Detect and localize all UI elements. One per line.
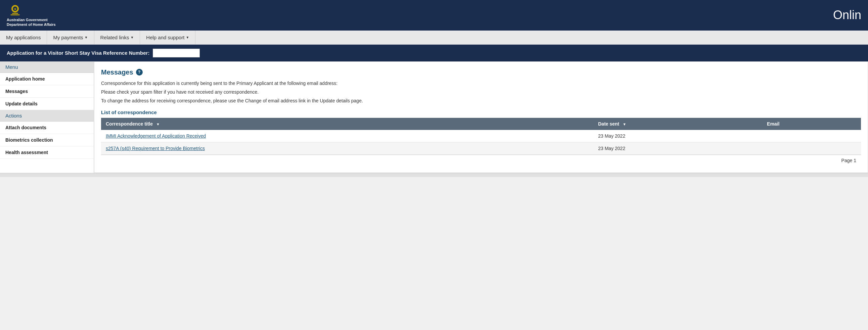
correspondence-title-cell: IMMI Acknowledgement of Application Rece… [101, 130, 593, 142]
content-area: Messages ? Correspondence for this appli… [94, 61, 868, 173]
sidebar-item-update-details[interactable]: Update details [0, 98, 94, 110]
header-title: Onlin [833, 8, 861, 22]
messages-info-text-1: Correspondence for this application is c… [101, 79, 861, 87]
email-cell [762, 142, 861, 155]
sidebar-item-application-home[interactable]: Application home [0, 73, 94, 85]
table-row: s257A (s40) Requirement to Provide Biome… [101, 142, 861, 155]
messages-help-icon[interactable]: ? [136, 69, 143, 75]
gov-name: Australian Government Department of Home… [7, 18, 56, 27]
sidebar-item-attach-documents[interactable]: Attach documents [0, 122, 94, 134]
col-date-sent[interactable]: Date sent ▼ [593, 118, 762, 130]
table-row: IMMI Acknowledgement of Application Rece… [101, 130, 861, 142]
nav-related-links[interactable]: Related links ▼ [94, 31, 141, 44]
sidebar-actions-header: Actions [0, 110, 94, 122]
nav-my-payments[interactable]: My payments ▼ [47, 31, 94, 44]
sidebar-item-biometrics-collection[interactable]: Biometrics collection [0, 134, 94, 146]
gov-crest-icon: ★ [7, 3, 24, 17]
gov-logo: ★ Australian Government Department of Ho… [7, 3, 56, 27]
main-content: Menu Application home Messages Update de… [0, 61, 868, 173]
messages-info-text-3: To change the address for receiving corr… [101, 97, 861, 104]
scrollbar[interactable] [0, 173, 868, 177]
reference-number-input[interactable] [153, 49, 200, 57]
sidebar-item-health-assessment[interactable]: Health assessment [0, 146, 94, 159]
sidebar: Menu Application home Messages Update de… [0, 61, 94, 173]
table-footer: Page 1 [101, 155, 861, 166]
app-bar-label: Application for a Visitor Short Stay Vis… [7, 50, 149, 56]
date-sent-cell: 23 May 2022 [593, 142, 762, 155]
messages-title: Messages ? [101, 68, 861, 76]
application-bar: Application for a Visitor Short Stay Vis… [0, 45, 868, 61]
chevron-down-icon: ▼ [130, 36, 134, 39]
correspondence-table: Correspondence title ▼ Date sent ▼ Email… [101, 118, 861, 155]
page-indicator: Page 1 [841, 158, 856, 163]
sidebar-item-messages[interactable]: Messages [0, 85, 94, 98]
email-cell [762, 130, 861, 142]
sidebar-menu-header: Menu [0, 61, 94, 73]
correspondence-link-2[interactable]: s257A (s40) Requirement to Provide Biome… [106, 146, 205, 151]
svg-rect-4 [11, 14, 20, 15]
chevron-down-icon: ▼ [186, 36, 189, 39]
correspondence-link-1[interactable]: IMMI Acknowledgement of Application Rece… [106, 133, 206, 139]
list-correspondence-link[interactable]: List of correspondence [101, 109, 861, 115]
messages-info-text-2: Please check your spam filter if you hav… [101, 88, 861, 96]
main-navbar: My applications My payments ▼ Related li… [0, 31, 868, 45]
table-header-row: Correspondence title ▼ Date sent ▼ Email [101, 118, 861, 130]
page-header: ★ Australian Government Department of Ho… [0, 0, 868, 31]
col-correspondence-title[interactable]: Correspondence title ▼ [101, 118, 593, 130]
chevron-down-icon: ▼ [85, 36, 88, 39]
sort-arrow-icon: ▼ [156, 122, 160, 126]
svg-text:★: ★ [14, 7, 17, 11]
correspondence-title-cell: s257A (s40) Requirement to Provide Biome… [101, 142, 593, 155]
col-email: Email [762, 118, 861, 130]
sort-arrow-icon: ▼ [623, 122, 626, 126]
nav-my-applications[interactable]: My applications [0, 31, 47, 44]
date-sent-cell: 23 May 2022 [593, 130, 762, 142]
svg-rect-3 [12, 13, 18, 14]
nav-help-support[interactable]: Help and support ▼ [140, 31, 195, 44]
